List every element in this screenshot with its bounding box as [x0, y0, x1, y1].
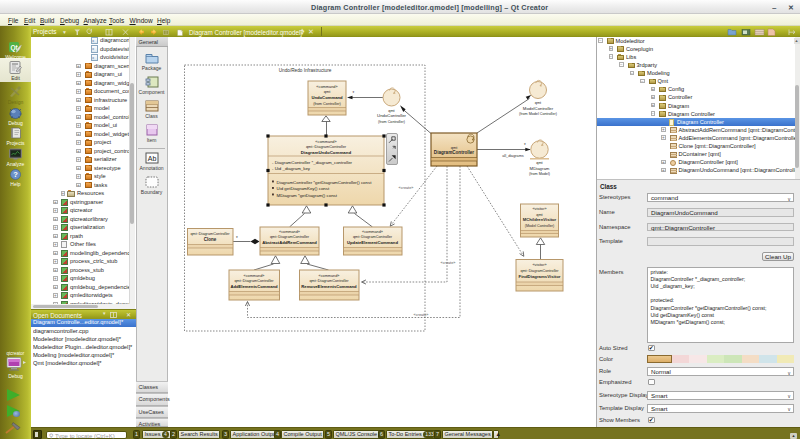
svg-text:«command»: «command» [362, 230, 383, 234]
svg-text:qmt::DiagramController: qmt::DiagramController [520, 269, 559, 273]
svg-text:«visitor»: «visitor» [532, 263, 546, 267]
svg-text:«create»: «create» [414, 313, 429, 317]
svg-text:UpdateElementCommand: UpdateElementCommand [347, 240, 398, 245]
svg-text:*: * [353, 91, 355, 96]
svg-text:MDiagram *getDiagram() const: MDiagram *getDiagram() const [277, 193, 338, 198]
svg-text:«visitor»: «visitor» [532, 207, 546, 211]
svg-text:*: * [524, 143, 526, 148]
svg-text:(from Model Controller): (from Model Controller) [519, 112, 557, 116]
svg-text:RemoveElementsCommand: RemoveElementsCommand [301, 284, 357, 289]
svg-text:«command»: «command» [279, 230, 300, 234]
svg-text:qmt: qmt [535, 101, 542, 105]
svg-text:- Uid _diagram_key: - Uid _diagram_key [272, 166, 311, 171]
svg-text:(Model Controller): (Model Controller) [525, 224, 555, 228]
svg-text:DiagramController: DiagramController [434, 150, 475, 155]
svg-text:qmt: qmt [536, 161, 543, 165]
svg-text:- DiagramController *_diagram_: - DiagramController *_diagram_controller [272, 160, 353, 165]
svg-text:«command»: «command» [319, 274, 340, 278]
svg-text:*: * [236, 236, 238, 241]
svg-text:«create»: «create» [399, 186, 414, 190]
svg-text:Uid getDiagramKey() const: Uid getDiagramKey() const [277, 186, 330, 191]
svg-text:(from Controller): (from Controller) [378, 120, 405, 124]
svg-text:all_diagrams: all_diagrams [502, 154, 524, 158]
svg-text:UndoCommand: UndoCommand [311, 95, 343, 100]
svg-text:DiagramController *getDiagramC: DiagramController *getDiagramController(… [277, 180, 373, 185]
svg-text:Clone: Clone [204, 237, 217, 242]
svg-text:qmt::DiagramController: qmt::DiagramController [309, 279, 349, 283]
svg-text:«command»: «command» [315, 139, 336, 144]
svg-text:qmt::DiagramController: qmt::DiagramController [270, 235, 310, 239]
svg-text:Undo/Redo Infrastructure: Undo/Redo Infrastructure [279, 68, 332, 73]
svg-text:AbstractAddRemCommand: AbstractAddRemCommand [262, 240, 317, 245]
svg-text:qmt::DiagramController: qmt::DiagramController [306, 144, 347, 149]
svg-text:(from Controller): (from Controller) [313, 102, 341, 106]
svg-text:«command»: «command» [316, 84, 337, 89]
svg-text:MDiagram: MDiagram [530, 166, 550, 171]
svg-text:FindDiagramsVisitor: FindDiagramsVisitor [519, 274, 561, 279]
svg-text:ModelController: ModelController [523, 106, 554, 111]
svg-text:«create»: «create» [441, 261, 456, 265]
svg-text:DiagramUndoCommand: DiagramUndoCommand [301, 150, 352, 155]
svg-text:qmt: qmt [388, 109, 395, 113]
svg-text:qmt: qmt [324, 89, 331, 94]
svg-text:qmt: qmt [536, 213, 543, 217]
svg-text:«command»: «command» [244, 274, 265, 278]
svg-text:qmt::DiagramController: qmt::DiagramController [353, 235, 393, 239]
svg-text:AddElementsCommand: AddElementsCommand [230, 284, 278, 289]
svg-text:UndoController: UndoController [377, 113, 406, 118]
svg-text:(from Model): (from Model) [529, 172, 550, 176]
svg-text:qmt::DiagramController: qmt::DiagramController [234, 279, 274, 283]
svg-text:qmt: qmt [451, 145, 458, 150]
svg-text:MChildrenVisitor: MChildrenVisitor [523, 217, 557, 222]
svg-text:qmt::DiagramController: qmt::DiagramController [190, 232, 230, 236]
